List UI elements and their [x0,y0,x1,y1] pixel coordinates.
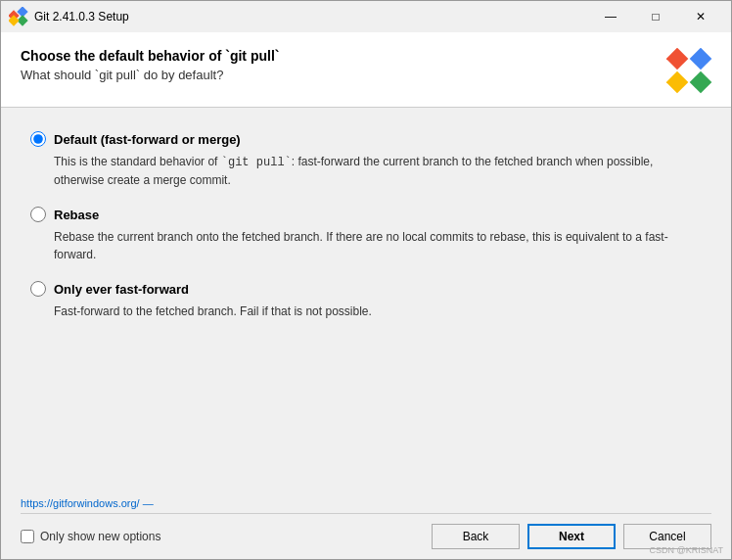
header-text-block: Choose the default behavior of `git pull… [21,48,279,82]
radio-ff-only[interactable] [30,281,46,297]
bottom-bar-left: Only show new options [21,530,160,543]
back-button[interactable]: Back [432,524,520,549]
option-text-default: Default (fast-forward or merge) [54,132,241,147]
option-label-rebase[interactable]: Rebase [30,207,702,222]
option-label-default[interactable]: Default (fast-forward or merge) [30,131,702,147]
option-desc-ff-only: Fast-forward to the fetched branch. Fail… [54,303,702,320]
header-subtitle: What should `git pull` do by default? [21,68,279,82]
wizard-header: Choose the default behavior of `git pull… [1,32,731,108]
title-bar: Git 2.41.0.3 Setup — □ ✕ [1,1,731,32]
watermark: CSDN @KRISNAT [650,545,723,555]
window-title: Git 2.41.0.3 Setup [34,10,588,23]
option-desc-rebase: Rebase the current branch onto the fetch… [54,228,702,263]
footer-link[interactable]: https://gitforwindows.org/ — [1,491,731,513]
next-button[interactable]: Next [527,524,616,549]
option-desc-default: This is the standard behavior of `git pu… [54,153,702,189]
radio-rebase[interactable] [30,207,46,222]
option-label-ff-only[interactable]: Only ever fast-forward [30,281,702,297]
new-options-label: Only show new options [40,530,160,543]
close-button[interactable]: ✕ [678,1,723,32]
svg-rect-7 [690,71,712,94]
new-options-checkbox-label[interactable]: Only show new options [21,530,160,543]
option-item-ff-only: Only ever fast-forward Fast-forward to t… [30,281,702,320]
window-controls: — □ ✕ [588,1,723,32]
svg-rect-4 [666,48,688,70]
option-text-ff-only: Only ever fast-forward [54,282,189,297]
git-logo [666,48,711,93]
option-item-default: Default (fast-forward or merge) This is … [30,131,702,189]
option-item-rebase: Rebase Rebase the current branch onto th… [30,207,702,263]
header-title: Choose the default behavior of `git pull… [21,48,279,64]
option-text-rebase: Rebase [54,208,99,222]
maximize-button[interactable]: □ [633,1,678,32]
wizard-content: Default (fast-forward or merge) This is … [1,108,731,491]
new-options-checkbox[interactable] [21,530,34,543]
svg-rect-6 [666,71,688,94]
svg-rect-5 [690,48,712,70]
app-icon [9,7,28,26]
radio-default[interactable] [30,131,46,147]
bottom-bar: Only show new options Back Next Cancel [1,514,731,559]
option-group: Default (fast-forward or merge) This is … [30,131,702,338]
minimize-button[interactable]: — [588,1,633,32]
